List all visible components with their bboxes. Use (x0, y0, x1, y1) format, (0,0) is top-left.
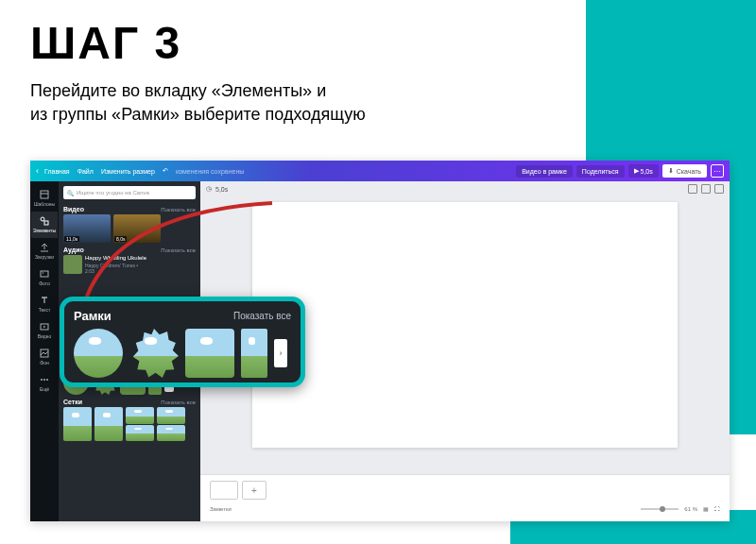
step-title: ШАГ 3 (30, 17, 181, 69)
search-placeholder: Ищите что угодно на Canva (77, 190, 149, 196)
download-button[interactable]: ⬇ Скачать (662, 164, 707, 178)
svg-point-2 (41, 217, 44, 221)
back-button[interactable]: ‹ (36, 166, 39, 176)
timeline: + Заметки 61 % ▦ ⛶ (200, 474, 730, 521)
fullscreen-icon[interactable]: ⛶ (714, 506, 720, 512)
grid-thumb[interactable] (94, 407, 123, 441)
svg-rect-0 (41, 191, 48, 198)
timer-icon[interactable]: ◷ (206, 185, 212, 193)
template-icon (40, 190, 49, 199)
section-title: Аудио (63, 246, 84, 253)
zoom-slider[interactable] (641, 508, 679, 510)
rail-elements[interactable]: Элементы (31, 212, 58, 238)
section-audio: АудиоПоказать все Happy Whistling Ukulel… (59, 245, 200, 276)
share-button[interactable]: Поделиться (576, 165, 625, 178)
video-thumb[interactable]: 8,0s (113, 214, 161, 243)
rail-label: Фон (40, 360, 48, 366)
grid-thumb[interactable] (126, 407, 154, 441)
title-button[interactable]: Видео в рамке (516, 165, 573, 178)
frame-flower[interactable] (129, 329, 179, 378)
resize-button[interactable]: Изменить размер (101, 168, 155, 175)
rail-video[interactable]: Видео (31, 317, 58, 344)
play-time: 5,0s (641, 168, 653, 175)
elements-icon (40, 216, 49, 226)
grid-view-icon[interactable]: ▦ (703, 505, 709, 512)
rail-photo[interactable]: Фото (31, 264, 58, 291)
canvas[interactable] (252, 202, 678, 448)
canvas-toolbar: ◷ 5,0s (200, 181, 730, 196)
timeline-page[interactable] (210, 481, 238, 500)
audio-info: Happy Whistling Ukulele Happy Childrens'… (85, 255, 146, 273)
undo-button[interactable]: ↶ (163, 167, 168, 175)
section-video: ВидеоПоказать все 11,0s 8,0s (59, 204, 200, 245)
audio-title: Happy Whistling Ukulele (85, 255, 146, 262)
rail-label: Видео (38, 333, 52, 339)
svg-rect-3 (44, 221, 48, 225)
download-label: Скачать (677, 168, 701, 175)
rail-uploads[interactable]: Загрузки (31, 238, 58, 264)
text-icon (40, 296, 49, 305)
save-status: изменения сохранены (176, 168, 244, 175)
frame-rect[interactable] (241, 329, 267, 378)
callout-title: Рамки (74, 309, 112, 323)
play-button[interactable]: ▶ 5,0s (628, 164, 659, 178)
callout-show-all[interactable]: Показать все (233, 311, 291, 321)
svg-point-5 (43, 272, 43, 273)
section-grids: СеткиПоказать все (59, 397, 200, 443)
add-page-button[interactable]: + (242, 481, 266, 500)
grid-thumb[interactable] (63, 407, 92, 441)
home-link[interactable]: Главная (44, 168, 70, 175)
svg-rect-4 (41, 271, 48, 277)
side-rail: Шаблоны Элементы Загрузки Фото Текст Вид… (30, 181, 59, 521)
rail-label: Текст (39, 307, 51, 313)
video-thumb[interactable]: 11,0s (63, 214, 111, 243)
video-icon (40, 322, 49, 332)
photo-icon (40, 269, 49, 279)
section-title: Видео (63, 206, 84, 212)
delete-icon[interactable] (714, 184, 724, 194)
show-all-link[interactable]: Показать все (161, 400, 196, 405)
copy-icon[interactable] (688, 184, 697, 194)
show-all-link[interactable]: Показать все (161, 207, 196, 212)
uploads-icon (40, 243, 49, 252)
zoom-value: 61 % (684, 506, 697, 512)
rail-label: Фото (39, 280, 50, 286)
duplicate-icon[interactable] (701, 184, 711, 194)
file-menu[interactable]: Файл (77, 168, 94, 175)
rail-label: Ещё (40, 386, 49, 392)
desc-line1: Перейдите во вкладку «Элементы» и (30, 81, 326, 100)
show-all-link[interactable]: Показать все (161, 247, 196, 253)
next-button[interactable]: › (274, 339, 287, 367)
topbar: ‹ Главная Файл Изменить размер ↶ изменен… (30, 161, 730, 181)
desc-line2: из группы «Рамки» выберите подходящую (30, 105, 366, 124)
audio-duration: 2:03 (85, 268, 146, 274)
audio-thumb[interactable] (63, 255, 82, 274)
section-title: Сетки (63, 399, 82, 405)
frame-circle[interactable] (74, 329, 123, 378)
search-input[interactable]: 🔍 Ищите что угодно на Canva (63, 186, 196, 199)
rail-more[interactable]: Ещё (31, 370, 58, 397)
rail-label: Шаблоны (34, 201, 55, 207)
audio-artist: Happy Childrens' Tunes • (85, 263, 146, 268)
more-button[interactable]: ⋯ (711, 164, 724, 178)
rail-text[interactable]: Текст (31, 291, 58, 317)
frame-square[interactable] (185, 329, 234, 378)
bg-icon (40, 348, 49, 358)
svg-point-9 (43, 379, 45, 381)
frames-callout: Рамки Показать все › (60, 297, 305, 387)
more-icon (40, 375, 49, 384)
duration-badge: 8,0s (114, 236, 127, 242)
rail-label: Элементы (33, 228, 56, 233)
step-description: Перейдите во вкладку «Элементы» и из гру… (30, 79, 503, 127)
canvas-time: 5,0s (215, 186, 228, 193)
svg-point-10 (46, 379, 48, 381)
rail-background[interactable]: Фон (31, 344, 58, 370)
download-icon: ⬇ (668, 167, 674, 175)
play-icon: ▶ (634, 167, 639, 175)
svg-point-8 (41, 379, 43, 381)
notes-label[interactable]: Заметки (210, 506, 232, 512)
grid-thumb[interactable] (157, 407, 185, 441)
search-icon: 🔍 (67, 190, 74, 196)
rail-label: Загрузки (35, 254, 54, 260)
rail-templates[interactable]: Шаблоны (31, 185, 58, 212)
